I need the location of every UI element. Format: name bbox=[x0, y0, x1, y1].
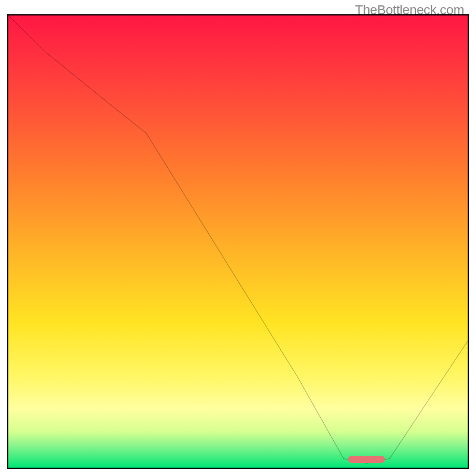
optimal-range-marker bbox=[348, 456, 385, 463]
chart-frame bbox=[7, 14, 469, 469]
curve-path bbox=[8, 15, 468, 463]
watermark-text: TheBottleneck.com bbox=[355, 2, 464, 18]
bottleneck-curve bbox=[8, 15, 468, 468]
